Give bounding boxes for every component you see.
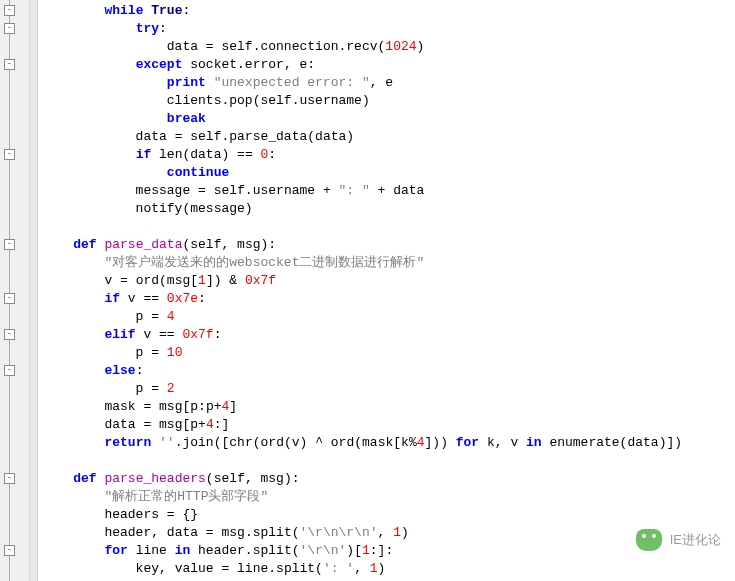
code-line: try: — [42, 20, 735, 38]
code-line: p = 2 — [42, 380, 735, 398]
code-line: if len(data) == 0: — [42, 146, 735, 164]
fold-toggle[interactable]: - — [4, 545, 15, 556]
watermark-text: IE进化论 — [670, 531, 721, 549]
fold-toggle[interactable]: - — [4, 293, 15, 304]
code-line: key, value = line.split(': ', 1) — [42, 560, 735, 578]
code-line: elif v == 0x7f: — [42, 326, 735, 344]
code-line: data = msg[p+4:] — [42, 416, 735, 434]
fold-toggle[interactable]: - — [4, 149, 15, 160]
fold-toggle[interactable]: - — [4, 329, 15, 340]
code-editor: ---------- while True: try: data = self.… — [0, 0, 735, 581]
fold-guideline — [9, 0, 10, 581]
code-line: else: — [42, 362, 735, 380]
code-line: print "unexpected error: ", e — [42, 74, 735, 92]
code-line: for line in header.split('\r\n')[1:]: — [42, 542, 735, 560]
code-line: while True: — [42, 2, 735, 20]
code-line: message = self.username + ": " + data — [42, 182, 735, 200]
fold-toggle[interactable]: - — [4, 59, 15, 70]
code-line: v = ord(msg[1]) & 0x7f — [42, 272, 735, 290]
code-line: if v == 0x7e: — [42, 290, 735, 308]
gutter: ---------- — [0, 0, 38, 581]
code-line: "解析正常的HTTP头部字段" — [42, 488, 735, 506]
fold-toggle[interactable]: - — [4, 473, 15, 484]
code-line: data = self.parse_data(data) — [42, 128, 735, 146]
code-line: return ''.join([chr(ord(v) ^ ord(mask[k%… — [42, 434, 735, 452]
code-line: def parse_headers(self, msg): — [42, 470, 735, 488]
code-line: mask = msg[p:p+4] — [42, 398, 735, 416]
code-line: headers = {} — [42, 506, 735, 524]
code-line — [42, 452, 735, 470]
code-line: header, data = msg.split('\r\n\r\n', 1) — [42, 524, 735, 542]
code-line: continue — [42, 164, 735, 182]
wechat-icon — [636, 529, 662, 551]
code-body[interactable]: while True: try: data = self.connection.… — [38, 0, 735, 581]
code-line: break — [42, 110, 735, 128]
code-line: notify(message) — [42, 200, 735, 218]
code-line: def parse_data(self, msg): — [42, 236, 735, 254]
code-line: p = 10 — [42, 344, 735, 362]
fold-toggle[interactable]: - — [4, 23, 15, 34]
code-line: clients.pop(self.username) — [42, 92, 735, 110]
fold-toggle[interactable]: - — [4, 239, 15, 250]
code-line: data = self.connection.recv(1024) — [42, 38, 735, 56]
code-line: p = 4 — [42, 308, 735, 326]
watermark: IE进化论 — [636, 529, 721, 551]
gutter-fold-column — [29, 0, 37, 581]
fold-toggle[interactable]: - — [4, 365, 15, 376]
code-line — [42, 218, 735, 236]
fold-toggle[interactable]: - — [4, 5, 15, 16]
code-line: "对客户端发送来的的websocket二进制数据进行解析" — [42, 254, 735, 272]
code-line: except socket.error, e: — [42, 56, 735, 74]
